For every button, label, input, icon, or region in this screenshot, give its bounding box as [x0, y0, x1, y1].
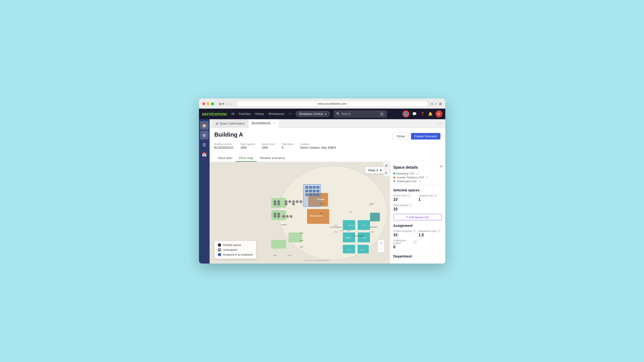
sidebar-icon-calendar[interactable]: 📅: [200, 150, 209, 159]
right-panel: ⚙ Space details Marketing 7/10 ✕ In: [390, 162, 445, 264]
sidebar-icon-home[interactable]: 🏠: [200, 121, 209, 130]
floor-selector: Floor 3 ▾: [365, 167, 385, 174]
search-icon: 🔍: [336, 112, 340, 116]
assignment-ratio-info-icon[interactable]: i: [437, 230, 440, 232]
app-bar-icons: 🌐 💬 ❓ 🔔 U: [402, 110, 442, 117]
svg-text:A390: A390: [319, 213, 323, 214]
nav-more-dots[interactable]: ⋯: [288, 111, 292, 117]
assignment-ratio-label: Assignment ratio i: [418, 230, 442, 232]
left-sidebar: 🏠 ⊞ ☰ 📅: [199, 119, 210, 264]
search-input[interactable]: [342, 112, 378, 116]
marketing-label: Marketing 7/10: [397, 172, 414, 175]
nav-history[interactable]: History: [254, 111, 264, 117]
space-count-info-icon[interactable]: i: [408, 194, 410, 197]
svg-rect-20: [305, 190, 308, 192]
investor-dot: [393, 176, 395, 178]
help-btn[interactable]: ❓: [420, 111, 425, 117]
back-btn[interactable]: ‹: [226, 101, 229, 106]
unassigned-spaces-info-icon[interactable]: i: [414, 240, 416, 243]
create-scenario-button[interactable]: Create Scenario: [411, 133, 440, 139]
search-bar: 🔍 ▾: [334, 110, 387, 117]
nav-favorites[interactable]: Favorites: [238, 111, 251, 117]
svg-text:A394: A394: [334, 231, 338, 233]
main-layout: 🏠 ⊞ ☰ 📅 ⊞ Space Optimization BLDG0000102…: [199, 119, 445, 264]
app-bar: servicenow All Favorites History Workspa…: [199, 109, 445, 119]
workplace-label: Workplace Central: [299, 112, 322, 116]
selected-spaces-stats: Space count i 10 Capacity ratio i 1: [393, 194, 442, 211]
svg-text:Fire Extinguisher: Fire Extinguisher: [352, 235, 364, 237]
edit-spaces-btn[interactable]: ✏ Edit Spaces (10): [393, 214, 442, 220]
tab-close-btn[interactable]: ✕: [273, 122, 275, 124]
svg-text:A306: A306: [362, 237, 366, 239]
sidebar-icon-grid[interactable]: ⊞: [200, 131, 209, 139]
tab-bldg[interactable]: BLDG0000102 ✕: [248, 119, 279, 128]
svg-rect-24: [305, 194, 308, 196]
space-count-label: Space count i: [393, 194, 417, 197]
tab-space-optimization[interactable]: ⊞ Space Optimization: [212, 119, 248, 128]
capacity-ratio-value: 1: [418, 197, 442, 202]
total-capacity-value: 10: [393, 207, 417, 211]
unassigned-spaces-stat: Unassigned spaces i 0: [393, 239, 417, 249]
maximize-traffic-light[interactable]: [211, 102, 214, 105]
browser-actions: ⎙ + ⊞: [431, 102, 442, 106]
close-traffic-light[interactable]: [202, 102, 205, 105]
tab-grid-btn[interactable]: ⊞ ▾: [218, 101, 225, 106]
tab-more-btn[interactable]: ⋯: [438, 121, 442, 126]
unallocated-remove-btn[interactable]: ✕: [419, 180, 421, 183]
notifications-btn[interactable]: 🔔: [428, 111, 433, 117]
grid-view-btn[interactable]: ⊞: [439, 102, 442, 106]
svg-rect-23: [316, 190, 319, 192]
filter-tag-investor: Investor Relations 2/10 ✕: [393, 176, 442, 179]
globe-btn[interactable]: 🌐: [402, 110, 409, 117]
app-logo: servicenow: [202, 111, 227, 117]
svg-point-36: [292, 200, 295, 203]
nav-all[interactable]: All: [230, 111, 235, 117]
legend-unassigned-label: Unassigned: [223, 248, 237, 251]
chat-btn[interactable]: 💬: [412, 111, 417, 117]
minimize-traffic-light[interactable]: [207, 102, 210, 105]
svg-rect-18: [313, 186, 316, 188]
floor-select-dropdown[interactable]: Floor 3 ▾: [365, 167, 385, 174]
search-dropdown-btn[interactable]: ▾: [380, 112, 384, 116]
unallocated-dot: [393, 180, 395, 182]
forward-btn[interactable]: ›: [230, 101, 233, 106]
sidebar-icon-list[interactable]: ☰: [200, 140, 209, 149]
legend-assigned-label: Assigned to an employee: [223, 253, 253, 256]
edit-icon: ✏: [406, 216, 408, 219]
svg-rect-17: [309, 186, 312, 188]
tab-bar: ⊞ Space Optimization BLDG0000102 ✕ ⋯: [210, 119, 445, 128]
page-header-row: Building A Close Create Scenario: [210, 128, 445, 143]
tab-floor-map[interactable]: Floor map: [236, 155, 257, 162]
marketing-dot: [393, 173, 395, 174]
url-text: www.yourwebsite.com: [318, 102, 346, 105]
profiles-assigned-info-icon[interactable]: i: [413, 230, 416, 232]
svg-point-30: [277, 200, 280, 203]
browser-chrome: ⊞ ▾ ‹ › www.yourwebsite.com ⎙ + ⊞: [199, 98, 445, 109]
svg-point-44: [286, 215, 288, 218]
tab-bldg-label: BLDG0000102: [252, 122, 271, 125]
capacity-ratio-info-icon[interactable]: i: [434, 194, 437, 197]
tab-stack-plan[interactable]: Stack plan: [214, 155, 236, 162]
investor-remove-btn[interactable]: ✕: [426, 176, 428, 179]
share-btn[interactable]: ⎙: [431, 102, 433, 106]
svg-text:A367: A367: [288, 254, 292, 256]
marketing-remove-btn[interactable]: ✕: [416, 172, 418, 175]
tab-related-scenarios[interactable]: Related scenarios: [257, 155, 288, 162]
nav-workspaces[interactable]: Workspaces: [268, 111, 285, 117]
total-capacity-info-icon[interactable]: i: [409, 204, 412, 207]
filter-tag-marketing: Marketing 7/10 ✕: [393, 172, 442, 175]
close-button[interactable]: Close: [393, 133, 409, 140]
panel-settings-btn[interactable]: ⚙: [440, 164, 443, 168]
star-icon: ★: [324, 112, 327, 116]
meta-total-floors-value: 8: [282, 146, 294, 149]
page-title: Building A: [214, 131, 243, 138]
traffic-lights: [202, 102, 214, 105]
new-tab-btn[interactable]: +: [435, 102, 437, 106]
legend-flexible-dot: ●: [218, 243, 221, 247]
address-bar[interactable]: www.yourwebsite.com: [236, 101, 428, 107]
svg-rect-22: [313, 190, 316, 192]
workplace-badge[interactable]: Workplace Central ★: [296, 111, 330, 117]
assignment-title: Assignment: [393, 224, 442, 228]
avatar-btn[interactable]: U: [436, 110, 442, 117]
meta-space-count-label: Space count: [262, 143, 275, 145]
